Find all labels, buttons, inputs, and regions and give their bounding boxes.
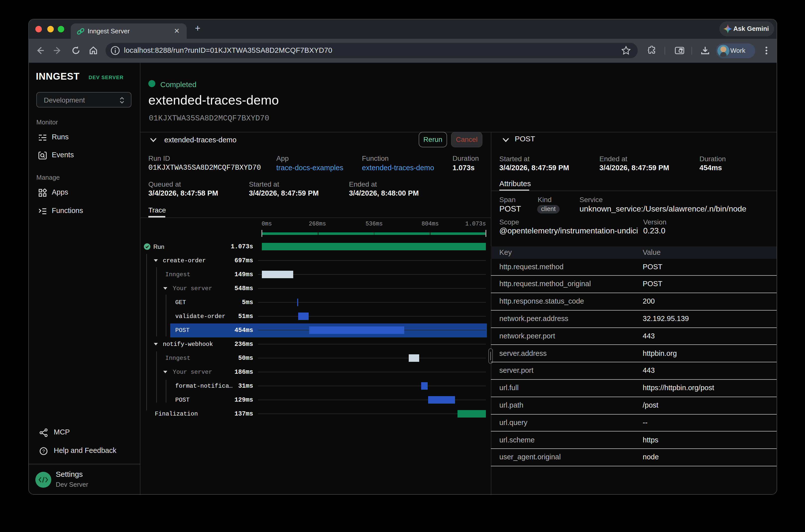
- svg-text:?: ?: [42, 449, 45, 454]
